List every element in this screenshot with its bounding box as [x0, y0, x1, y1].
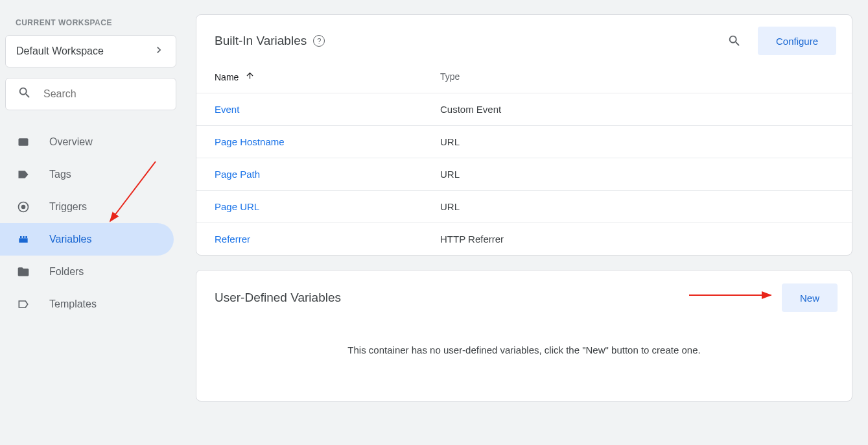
trigger-icon [16, 199, 31, 215]
builtin-title-text: Built-In Variables [215, 34, 307, 48]
template-icon [16, 296, 31, 312]
column-name[interactable]: Name [196, 60, 440, 93]
builtin-variables-table: Name Type Event Custom Event Page Hostna… [196, 60, 852, 255]
variable-icon [16, 232, 31, 247]
sidebar-item-variables[interactable]: Variables [0, 223, 174, 256]
variable-type: URL [440, 126, 852, 158]
udv-card-header: User-Defined Variables New [196, 271, 852, 312]
variable-link[interactable]: Referrer [215, 234, 250, 245]
sidebar-item-label: Triggers [49, 201, 87, 213]
sidebar-item-templates[interactable]: Templates [0, 288, 174, 320]
variable-link[interactable]: Event [215, 104, 239, 115]
variable-link[interactable]: Page Hostname [215, 136, 285, 147]
sidebar-item-folders[interactable]: Folders [0, 256, 174, 288]
configure-button[interactable]: Configure [758, 27, 836, 55]
sidebar-item-label: Tags [49, 169, 71, 180]
udv-title: User-Defined Variables [215, 291, 341, 305]
sidebar-item-label: Templates [49, 298, 97, 310]
sidebar-item-label: Folders [49, 266, 84, 278]
tag-icon [16, 167, 31, 182]
workspace-label: CURRENT WORKSPACE [0, 13, 182, 32]
search-input[interactable] [43, 88, 173, 100]
search-input-container[interactable] [5, 78, 176, 110]
workspace-selector[interactable]: Default Workspace [5, 35, 176, 67]
builtin-title: Built-In Variables ? [215, 34, 325, 48]
sidebar-item-label: Overview [49, 136, 93, 148]
sidebar-item-overview[interactable]: Overview [0, 126, 174, 158]
variable-link[interactable]: Page URL [215, 201, 259, 212]
builtin-card-header: Built-In Variables ? Configure [196, 15, 852, 60]
table-row[interactable]: Page Hostname URL [196, 126, 852, 158]
variable-type: Custom Event [440, 93, 852, 126]
chevron-right-icon [152, 43, 165, 59]
sidebar-item-tags[interactable]: Tags [0, 158, 174, 191]
table-row[interactable]: Page Path URL [196, 158, 852, 191]
new-button[interactable]: New [782, 283, 838, 312]
help-icon[interactable]: ? [313, 35, 325, 47]
variable-type: URL [440, 158, 852, 191]
udv-empty-state: This container has no user-defined varia… [196, 312, 852, 401]
column-type[interactable]: Type [440, 60, 852, 93]
sidebar-item-label: Variables [49, 234, 92, 245]
user-defined-variables-card: User-Defined Variables New This containe… [196, 270, 852, 402]
sidebar-nav: Overview Tags Triggers Variables Folders [0, 122, 182, 324]
table-row[interactable]: Referrer HTTP Referrer [196, 223, 852, 256]
table-row[interactable]: Event Custom Event [196, 93, 852, 126]
variable-link[interactable]: Page Path [215, 169, 260, 180]
dashboard-icon [16, 134, 31, 150]
main-content: Built-In Variables ? Configure Name [182, 0, 868, 445]
search-icon [18, 86, 43, 102]
folder-icon [16, 264, 31, 280]
svg-rect-0 [19, 138, 29, 146]
svg-point-2 [21, 205, 26, 210]
builtin-variables-card: Built-In Variables ? Configure Name [196, 14, 852, 256]
table-row[interactable]: Page URL URL [196, 191, 852, 223]
sort-asc-icon [245, 71, 255, 82]
sidebar: CURRENT WORKSPACE Default Workspace Over… [0, 0, 182, 445]
variable-type: URL [440, 191, 852, 223]
variable-type: HTTP Referrer [440, 223, 852, 256]
sidebar-item-triggers[interactable]: Triggers [0, 191, 174, 223]
workspace-name: Default Workspace [16, 45, 104, 57]
builtin-search-button[interactable] [721, 28, 747, 54]
